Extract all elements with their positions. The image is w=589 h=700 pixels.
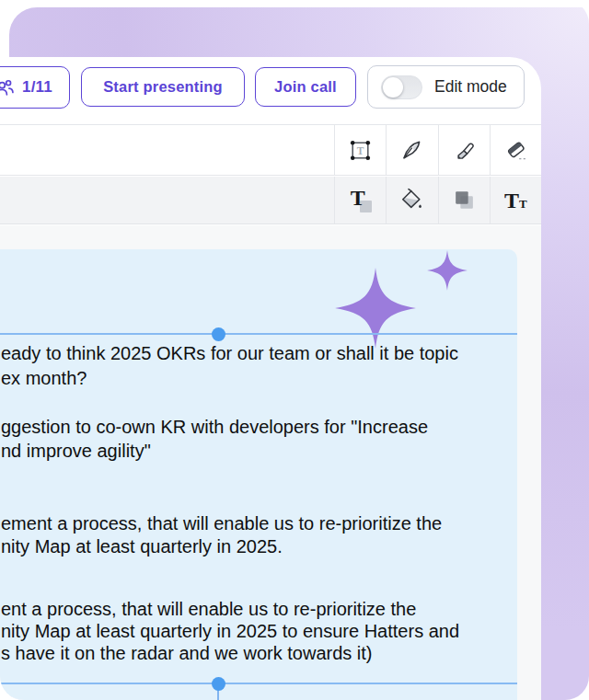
highlighter-tool-button[interactable] <box>438 125 490 175</box>
sparkle-icon-large <box>335 262 416 354</box>
slide-paragraph: ent a process, that will enable us to re… <box>1 598 516 664</box>
text-line: eady to think 2025 OKRs for our team or … <box>1 341 516 366</box>
screenshot-root: 1/11 Start presenting Join call Edit mod… <box>0 0 589 700</box>
text-color-button[interactable]: T <box>334 177 386 224</box>
edit-mode-label: Edit mode <box>434 77 507 97</box>
pen-icon <box>399 138 424 163</box>
section-divider-handle[interactable] <box>212 327 225 341</box>
text-line: s have it on the radar and we work towar… <box>1 642 516 664</box>
pen-tool-button[interactable] <box>386 125 437 175</box>
text-line: ement a process, that will enable us to … <box>1 512 516 535</box>
slide-paragraph: ggestion to co-own KR with developers fo… <box>1 415 516 463</box>
section-divider-handle[interactable] <box>212 677 225 691</box>
join-call-button[interactable]: Join call <box>255 67 356 107</box>
text-line: ex month? <box>1 366 516 391</box>
eraser-icon <box>503 138 528 163</box>
slide-paragraph: ement a process, that will enable us to … <box>1 512 516 558</box>
slide-paragraph: eady to think 2025 OKRs for our team or … <box>1 341 516 391</box>
sparkle-icon-small <box>427 247 468 293</box>
app-window: 1/11 Start presenting Join call Edit mod… <box>0 57 541 700</box>
text-size-button[interactable]: TT <box>490 177 541 224</box>
fill-color-icon <box>399 188 424 212</box>
text-line: nity Map at least quarterly in 2025 to e… <box>1 620 516 642</box>
top-bar: 1/11 Start presenting Join call Edit mod… <box>0 57 541 124</box>
text-size-icon: TT <box>504 189 527 212</box>
fill-color-button[interactable] <box>386 177 437 224</box>
text-line: ggestion to co-own KR with developers fo… <box>1 415 516 439</box>
edit-mode-toggle[interactable] <box>381 75 422 99</box>
shape-color-button[interactable] <box>438 177 490 224</box>
text-color-icon: T <box>349 189 373 212</box>
toggle-knob <box>383 77 403 98</box>
toolbar-row-2: T <box>0 177 541 224</box>
edit-mode-control: Edit mode <box>367 65 525 109</box>
toolbar-row-1: T <box>0 124 541 176</box>
svg-text:T: T <box>357 144 364 155</box>
start-presenting-button[interactable]: Start presenting <box>81 67 245 107</box>
text-box-tool-button[interactable]: T <box>334 125 386 175</box>
users-icon <box>0 77 16 98</box>
text-line: nd improve agility" <box>1 439 516 463</box>
viewers-count-button[interactable]: 1/11 <box>0 66 70 109</box>
eraser-tool-button[interactable] <box>490 125 541 175</box>
shape-color-icon <box>452 188 477 212</box>
highlighter-icon <box>452 138 477 163</box>
section-divider-line <box>0 333 517 335</box>
text-line: ent a process, that will enable us to re… <box>1 598 516 620</box>
section-divider-line <box>0 683 517 684</box>
slide[interactable]: eady to think 2025 OKRs for our team or … <box>0 249 517 700</box>
text-line: nity Map at least quarterly in 2025. <box>1 535 516 558</box>
text-box-select-icon: T <box>348 138 373 163</box>
viewers-count-label: 1/11 <box>22 78 52 97</box>
editor-canvas: eady to think 2025 OKRs for our team or … <box>0 225 541 700</box>
